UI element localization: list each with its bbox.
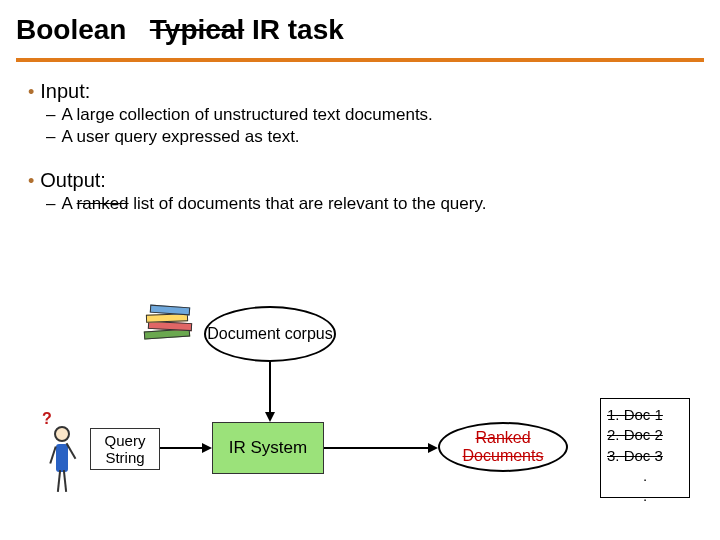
sub-output-prefix: A [61,194,76,213]
document-corpus-node: Document corpus [204,306,336,362]
ranked-documents-node: Ranked Documents [438,422,568,472]
title-rest: IR task [252,14,344,45]
sub-output-strike: ranked [77,194,129,213]
title-word-typical-struck: Typical [150,14,244,45]
document-corpus-label: Document corpus [207,325,332,343]
bullet-output-label: Output: [40,169,106,192]
dash-icon: – [46,105,55,125]
doclist-row-2: 2. Doc 2 [607,425,683,445]
arrow-ir-to-ranked-icon [324,442,438,454]
bullet-output: • Output: [28,169,712,192]
dash-icon: – [46,127,55,147]
dash-icon: – [46,194,55,214]
sub-input-2: – A user query expressed as text. [46,127,712,147]
sub-input-1-text: A large collection of unstructured text … [61,105,432,125]
sub-input-2-text: A user query expressed as text. [61,127,299,147]
sub-output-1: – A ranked list of documents that are re… [46,194,712,214]
sub-output-suffix: list of documents that are relevant to t… [129,194,487,213]
person-thinking-icon: ? [44,420,80,500]
doclist-row-1: 1. Doc 1 [607,405,683,425]
slide-body: • Input: – A large collection of unstruc… [0,62,720,214]
document-list-node: 1. Doc 1 2. Doc 2 3. Doc 3 . . [600,398,690,498]
slide-title: Boolean Typical IR task [0,0,720,54]
query-string-node: Query String [90,428,160,470]
query-string-label: Query String [99,432,151,466]
ranked-documents-label: Ranked Documents [440,429,566,466]
bullet-dot-icon: • [28,83,34,101]
doclist-dot: . [607,466,683,486]
sub-output-1-text: A ranked list of documents that are rele… [61,194,486,214]
bullet-input-label: Input: [40,80,90,103]
diagram: Document corpus ? Query String IR System… [0,300,720,540]
ir-system-label: IR System [229,438,307,458]
svg-marker-5 [428,443,438,453]
sub-input-1: – A large collection of unstructured tex… [46,105,712,125]
arrow-query-to-ir-icon [160,442,212,454]
svg-marker-1 [265,412,275,422]
arrow-corpus-to-ir-icon [264,362,276,422]
bullet-dot-icon: • [28,172,34,190]
ir-system-node: IR System [212,422,324,474]
bullet-input: • Input: [28,80,712,103]
doclist-row-3: 3. Doc 3 [607,446,683,466]
svg-marker-3 [202,443,212,453]
books-icon [140,308,200,352]
doclist-dot: . [607,486,683,506]
title-word-boolean: Boolean [16,14,126,45]
